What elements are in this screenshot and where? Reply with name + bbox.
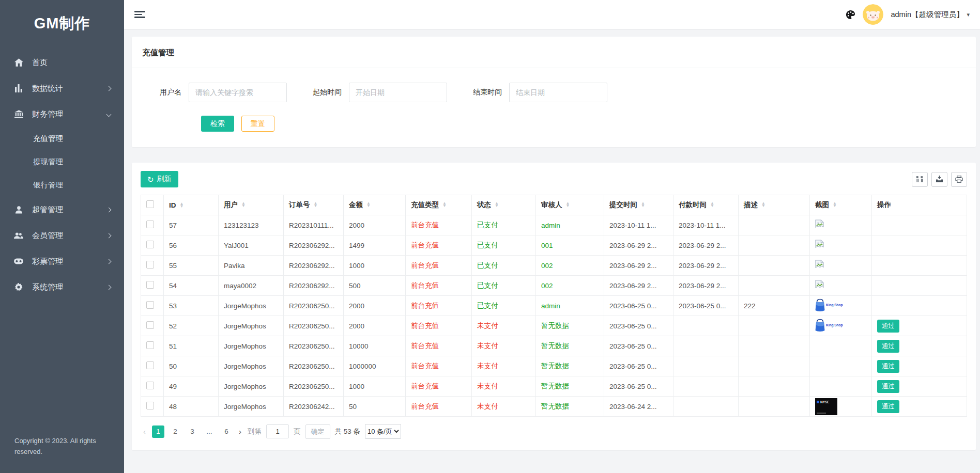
sidebar-item-finance[interactable]: 财务管理 bbox=[0, 101, 124, 127]
page-button-3[interactable]: 3 bbox=[186, 425, 198, 438]
sort-icon[interactable]: ▲▼ bbox=[241, 202, 246, 208]
sidebar-subitem-recharge[interactable]: 充值管理 bbox=[0, 127, 124, 150]
caret-down-icon: ▾ bbox=[967, 11, 970, 18]
recharge-table: ID▲▼用户▲▼订单号▲▼金额▲▼充值类型▲▼状态▲▼审核人▲▼提交时间▲▼付款… bbox=[141, 195, 967, 417]
approve-button[interactable]: 通过 bbox=[877, 320, 899, 333]
column-header-user[interactable]: 用户▲▼ bbox=[219, 195, 284, 215]
sidebar-item-home[interactable]: 首页 bbox=[0, 50, 124, 75]
topbar: admin【超级管理员】 ▾ bbox=[124, 0, 980, 29]
column-header-screenshot[interactable]: 截图▲▼ bbox=[810, 195, 872, 215]
user-menu[interactable]: admin【超级管理员】 ▾ bbox=[891, 10, 970, 20]
row-checkbox[interactable] bbox=[146, 241, 154, 248]
cell-amount: 50 bbox=[344, 397, 406, 417]
menu-toggle-icon[interactable] bbox=[134, 9, 147, 20]
reset-button[interactable]: 重置 bbox=[241, 116, 274, 132]
prev-page-icon[interactable]: ‹ bbox=[142, 427, 147, 436]
dark-screenshot-thumbnail[interactable]: NYSE bbox=[815, 398, 837, 415]
cell-reviewer: 暂无数据 bbox=[536, 336, 604, 356]
sidebar-item-stats[interactable]: 数据统计 bbox=[0, 75, 124, 101]
column-header-id[interactable]: ID▲▼ bbox=[164, 195, 219, 215]
sidebar-subitem-bank[interactable]: 银行管理 bbox=[0, 174, 124, 197]
cell-desc bbox=[739, 356, 810, 376]
sort-icon[interactable]: ▲▼ bbox=[314, 202, 318, 208]
column-header-order_no[interactable]: 订单号▲▼ bbox=[284, 195, 344, 215]
goto-confirm-button[interactable]: 确定 bbox=[305, 424, 330, 439]
username-input[interactable] bbox=[189, 83, 287, 102]
row-checkbox[interactable] bbox=[146, 301, 154, 309]
row-checkbox[interactable] bbox=[146, 220, 154, 228]
approve-button[interactable]: 通过 bbox=[877, 400, 899, 413]
row-checkbox[interactable] bbox=[146, 261, 154, 269]
broken-image-icon bbox=[815, 280, 824, 290]
cell-checkbox bbox=[141, 235, 164, 256]
cell-pay-time: 2023-06-29 2... bbox=[673, 256, 739, 276]
approve-button[interactable]: 通过 bbox=[877, 380, 899, 393]
row-checkbox[interactable] bbox=[146, 361, 154, 369]
start-date-input[interactable] bbox=[349, 83, 447, 102]
goto-page-input[interactable] bbox=[266, 424, 289, 438]
sort-icon[interactable]: ▲▼ bbox=[566, 202, 570, 208]
cell-recharge-type: 前台充值 bbox=[406, 397, 472, 417]
row-checkbox[interactable] bbox=[146, 341, 154, 349]
card-view-button[interactable] bbox=[912, 172, 928, 187]
search-button[interactable]: 检索 bbox=[201, 116, 234, 132]
print-button[interactable] bbox=[951, 172, 967, 187]
sort-icon[interactable]: ▲▼ bbox=[180, 203, 184, 208]
column-header-amount[interactable]: 金额▲▼ bbox=[344, 195, 406, 215]
cell-recharge-type: 前台充值 bbox=[406, 215, 472, 235]
sidebar-item-system[interactable]: 系统管理 bbox=[0, 274, 124, 300]
sidebar-item-label: 充值管理 bbox=[33, 134, 63, 144]
table-row: 51JorgeMophosR202306250...10000前台充值未支付暂无… bbox=[141, 336, 967, 356]
sidebar-item-superadmin[interactable]: 超管管理 bbox=[0, 197, 124, 223]
sidebar-item-members[interactable]: 会员管理 bbox=[0, 223, 124, 248]
theme-palette-icon[interactable] bbox=[846, 10, 855, 20]
sidebar-item-label: 会员管理 bbox=[32, 231, 63, 241]
sort-icon[interactable]: ▲▼ bbox=[495, 202, 499, 208]
sidebar-item-lottery[interactable]: 彩票管理 bbox=[0, 248, 124, 274]
column-header-submit_time[interactable]: 提交时间▲▼ bbox=[604, 195, 673, 215]
sort-icon[interactable]: ▲▼ bbox=[366, 202, 371, 208]
sidebar: GM制作 首页 数据统计 财务管理 充值管理 bbox=[0, 0, 124, 473]
column-header-status[interactable]: 状态▲▼ bbox=[472, 195, 536, 215]
approve-button[interactable]: 通过 bbox=[877, 340, 899, 353]
refresh-button[interactable]: ↻ 刷新 bbox=[141, 171, 178, 187]
next-page-icon[interactable]: › bbox=[237, 427, 243, 436]
page-button-2[interactable]: 2 bbox=[169, 425, 181, 438]
page-button-6[interactable]: 6 bbox=[220, 425, 233, 438]
username-label: 用户名 bbox=[150, 88, 181, 97]
sort-icon[interactable]: ▲▼ bbox=[761, 202, 765, 208]
column-header-pay_time[interactable]: 付款时间▲▼ bbox=[673, 195, 739, 215]
column-header-desc[interactable]: 描述▲▼ bbox=[739, 195, 810, 215]
cell-screenshot bbox=[810, 276, 872, 296]
page-button-1[interactable]: 1 bbox=[152, 425, 164, 438]
sidebar-subitem-withdraw[interactable]: 提现管理 bbox=[0, 150, 124, 174]
cell-pay-time: 2023-06-25 0... bbox=[673, 296, 739, 316]
sort-icon[interactable]: ▲▼ bbox=[710, 202, 714, 208]
sort-icon[interactable]: ▲▼ bbox=[641, 202, 645, 208]
row-checkbox[interactable] bbox=[146, 321, 154, 329]
sidebar-nav: 首页 数据统计 财务管理 充值管理 提现管理 银行管理 bbox=[0, 50, 124, 425]
page-size-select[interactable]: 10 条/页 bbox=[365, 424, 401, 439]
user-avatar[interactable] bbox=[863, 4, 883, 25]
approve-button[interactable]: 通过 bbox=[877, 360, 899, 373]
select-all-checkbox[interactable] bbox=[146, 200, 154, 208]
column-header-reviewer[interactable]: 审核人▲▼ bbox=[536, 195, 604, 215]
cell-submit-time: 2023-06-29 2... bbox=[604, 235, 673, 256]
cell-id: 54 bbox=[164, 276, 219, 296]
cell-reviewer: 暂无数据 bbox=[536, 356, 604, 376]
row-checkbox[interactable] bbox=[146, 382, 154, 389]
sort-icon[interactable]: ▲▼ bbox=[833, 202, 837, 208]
table-header-row: ID▲▼用户▲▼订单号▲▼金额▲▼充值类型▲▼状态▲▼审核人▲▼提交时间▲▼付款… bbox=[141, 195, 967, 215]
row-checkbox[interactable] bbox=[146, 281, 154, 289]
bag-screenshot-thumbnail[interactable]: King Shop bbox=[815, 319, 843, 332]
bag-screenshot-thumbnail[interactable]: King Shop bbox=[815, 298, 843, 311]
column-header-recharge_type[interactable]: 充值类型▲▼ bbox=[406, 195, 472, 215]
cell-recharge-type: 前台充值 bbox=[406, 235, 472, 256]
cell-screenshot bbox=[810, 256, 872, 276]
bank-icon bbox=[13, 109, 24, 119]
sort-icon[interactable]: ▲▼ bbox=[442, 202, 447, 208]
cell-id: 57 bbox=[164, 215, 219, 235]
export-button[interactable] bbox=[931, 172, 947, 187]
row-checkbox[interactable] bbox=[146, 402, 154, 409]
end-date-input[interactable] bbox=[509, 83, 607, 102]
